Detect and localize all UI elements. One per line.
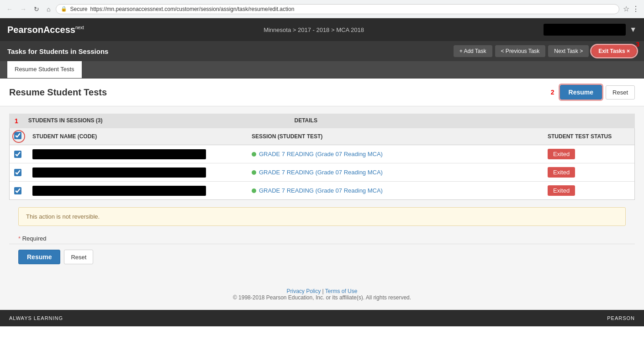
task-bar: Tasks for Students in Sessions + Add Tas…: [0, 41, 644, 61]
status-badge-3: Exited: [548, 185, 575, 196]
exit-tasks-button[interactable]: Exit Tasks ×: [591, 45, 637, 57]
warning-text: This action is not reversible.: [26, 213, 100, 220]
top-nav: PearsonAccessnext Minnesota > 2017 - 201…: [0, 18, 644, 41]
secure-label: Secure: [70, 6, 87, 12]
nav-right: ▼: [544, 24, 637, 36]
header-buttons: 2 Resume Reset: [551, 85, 635, 99]
tab-resume-student-tests[interactable]: Resume Student Tests: [7, 61, 82, 78]
session-link-2[interactable]: GRADE 7 READING (Grade 07 Reading MCA): [259, 169, 383, 176]
table-row: GRADE 7 READING (Grade 07 Reading MCA) E…: [10, 182, 634, 199]
footer-links: Privacy Policy | Terms of Use: [9, 288, 635, 294]
details-label: DETAILS: [295, 117, 317, 125]
row-status-2: Exited: [543, 163, 634, 181]
row-name-1: [28, 146, 247, 163]
badge-1: 1: [15, 117, 18, 125]
brand-name: PearsonAccess: [7, 25, 75, 35]
col-session-header: SESSION (STUDENT TEST): [247, 130, 543, 143]
row-status-3: Exited: [543, 182, 634, 199]
students-in-sessions-label: STUDENTS IN SESSIONS (3): [28, 117, 103, 125]
task-bar-title: Tasks for Students in Sessions: [7, 47, 108, 55]
bottom-actions: Resume Reset: [9, 244, 635, 270]
browser-chrome: ← → ↻ ⌂ 🔒 Secure https://mn.pearsonacces…: [0, 0, 644, 18]
main-content: Resume Student Tests 2 Resume Reset 1 ST…: [0, 79, 644, 310]
session-link-3[interactable]: GRADE 7 READING (Grade 07 Reading MCA): [259, 187, 383, 194]
required-note: * Required: [9, 233, 635, 244]
students-table: STUDENT NAME (CODE) SESSION (STUDENT TES…: [9, 128, 635, 200]
forward-button[interactable]: →: [18, 5, 28, 14]
bottom-bar-left: ALWAYS LEARNING: [9, 315, 63, 321]
col-name-header: STUDENT NAME (CODE): [28, 130, 247, 143]
resume-button-bottom[interactable]: Resume: [18, 250, 60, 264]
table-row: GRADE 7 READING (Grade 07 Reading MCA) E…: [10, 163, 634, 182]
session-dot-1: [252, 152, 256, 157]
row-name-redacted-1: [32, 149, 206, 159]
col-check-header: [10, 128, 28, 145]
secure-icon: 🔒: [61, 6, 67, 12]
session-dot-3: [252, 188, 256, 193]
table-section: 1 STUDENTS IN SESSIONS (3) DETAILS STUDE…: [0, 114, 644, 279]
row-name-3: [28, 182, 247, 199]
row-checkbox-3[interactable]: [14, 187, 21, 194]
select-all-checkbox[interactable]: [14, 132, 21, 139]
section-header: 1 STUDENTS IN SESSIONS (3) DETAILS: [9, 114, 635, 128]
browser-actions: ☆ ⋮: [623, 5, 639, 13]
breadcrumb: Minnesota > 2017 - 2018 > MCA 2018: [264, 26, 364, 33]
required-label: Required: [22, 235, 47, 242]
next-task-button[interactable]: Next Task >: [548, 45, 589, 57]
resume-button-top[interactable]: Resume: [560, 85, 602, 99]
row-name-redacted-2: [32, 168, 206, 178]
badge-3: 3: [636, 41, 639, 48]
status-badge-1: Exited: [548, 149, 575, 159]
reset-button-top[interactable]: Reset: [606, 85, 635, 99]
refresh-button[interactable]: ↻: [32, 5, 41, 14]
user-bar-redacted: [544, 24, 626, 36]
row-check-1: [10, 147, 28, 162]
row-checkbox-2[interactable]: [14, 169, 21, 176]
row-session-2: GRADE 7 READING (Grade 07 Reading MCA): [247, 165, 543, 179]
bookmark-icon[interactable]: ☆: [623, 5, 629, 13]
status-badge-2: Exited: [548, 167, 575, 178]
table-row: GRADE 7 READING (Grade 07 Reading MCA) E…: [10, 145, 634, 163]
task-bar-actions: + Add Task < Previous Task Next Task > 3…: [454, 45, 637, 57]
sub-nav: Resume Student Tests: [0, 61, 644, 79]
bottom-bar-right: PEARSON: [607, 315, 635, 321]
brand-super: next: [75, 25, 84, 30]
footer-copyright: © 1998-2018 Pearson Education, Inc. or i…: [9, 294, 635, 301]
terms-link[interactable]: Terms of Use: [325, 288, 358, 294]
url-text: https://mn.pearsonaccessnext.com/custome…: [90, 6, 295, 12]
row-status-1: Exited: [543, 145, 634, 163]
menu-icon[interactable]: ⋮: [632, 5, 639, 13]
add-task-button[interactable]: + Add Task: [454, 45, 492, 57]
footer: Privacy Policy | Terms of Use © 1998-201…: [0, 279, 644, 310]
session-link-1[interactable]: GRADE 7 READING (Grade 07 Reading MCA): [259, 151, 383, 157]
reset-button-bottom[interactable]: Reset: [64, 250, 93, 264]
row-check-2: [10, 165, 28, 180]
page-title: Resume Student Tests: [9, 87, 107, 98]
row-session-1: GRADE 7 READING (Grade 07 Reading MCA): [247, 147, 543, 161]
row-check-3: [10, 183, 28, 198]
page-header: Resume Student Tests 2 Resume Reset: [0, 79, 644, 106]
previous-task-button[interactable]: < Previous Task: [495, 45, 546, 57]
row-checkbox-1[interactable]: [14, 151, 21, 158]
warning-box: This action is not reversible.: [18, 207, 626, 226]
required-star: *: [18, 235, 21, 242]
brand-logo: PearsonAccessnext: [7, 25, 84, 35]
select-all-wrapper: [14, 132, 23, 141]
badge-2: 2: [551, 89, 554, 96]
bottom-bar: ALWAYS LEARNING PEARSON: [0, 310, 644, 326]
address-bar[interactable]: 🔒 Secure https://mn.pearsonaccessnext.co…: [56, 4, 619, 14]
table-col-headers: STUDENT NAME (CODE) SESSION (STUDENT TES…: [10, 128, 634, 145]
privacy-policy-link[interactable]: Privacy Policy: [287, 288, 321, 294]
row-session-3: GRADE 7 READING (Grade 07 Reading MCA): [247, 183, 543, 198]
home-button[interactable]: ⌂: [45, 5, 52, 14]
row-name-2: [28, 164, 247, 181]
user-icon[interactable]: ▼: [629, 26, 637, 34]
back-button[interactable]: ←: [5, 5, 15, 14]
row-name-redacted-3: [32, 186, 206, 196]
col-status-header: STUDENT TEST STATUS: [543, 130, 634, 143]
exit-tasks-wrapper: 3 Exit Tasks ×: [591, 45, 637, 57]
session-dot-2: [252, 170, 256, 175]
